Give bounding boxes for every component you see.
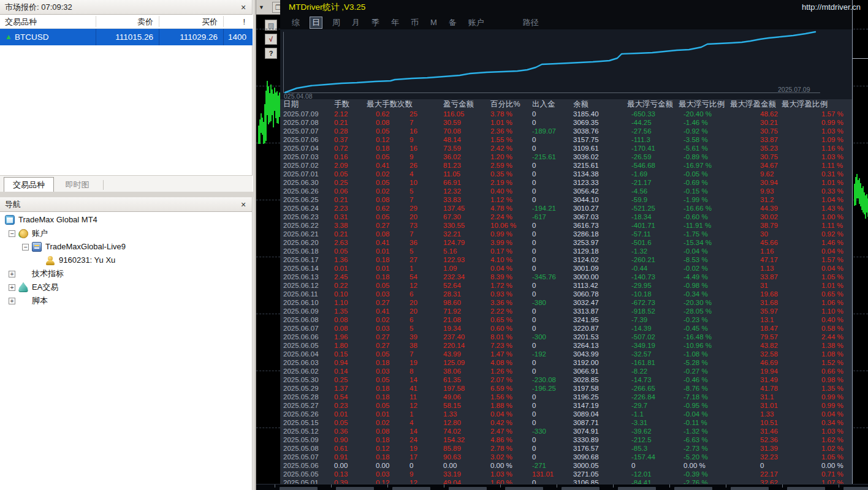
stats-cell: 0: [532, 187, 536, 195]
stats-cell: 1.01 %: [821, 281, 843, 290]
stats-cell: 1.03 %: [821, 153, 843, 161]
stats-menu-item-6[interactable]: 年: [389, 17, 401, 28]
stats-menu-item-3[interactable]: 周: [330, 17, 342, 28]
stats-table-row: 2025.06.110.100.03628.310.93 %03060.78-1…: [280, 290, 852, 298]
stats-table-row: 2025.06.120.220.051252.641.72 %03113.42-…: [280, 281, 852, 290]
stats-cell: -0.45 %: [683, 324, 708, 333]
stats-cell: 3056.42: [573, 187, 599, 195]
stats-cell: 36.02: [443, 153, 461, 161]
tab-symbols[interactable]: 交易品种: [4, 177, 54, 193]
stats-cell: 0: [532, 358, 536, 367]
stats-cell: 1.03 %: [821, 427, 843, 435]
stats-cell: 0: [532, 324, 536, 333]
stats-menu-item-5[interactable]: 季: [370, 17, 381, 28]
tree-item-label: TradeMax Global MT4: [18, 213, 97, 227]
confirm-button[interactable]: √: [265, 34, 277, 45]
collapse-icon[interactable]: −: [22, 244, 29, 251]
stats-cell: 0.05: [334, 418, 348, 427]
stats-cell: 33.87: [760, 273, 778, 281]
stats-cell: 3.99 %: [490, 238, 512, 247]
help-button[interactable]: ?: [265, 48, 277, 59]
axis-tick: [613, 484, 614, 488]
stats-cell: -7.39: [631, 315, 647, 324]
stats-cell: 0.65 %: [490, 315, 512, 324]
equity-chart: 025.04.08 2025.07.09: [280, 29, 852, 99]
column-header-symbol[interactable]: 交易品种: [5, 15, 37, 29]
stats-cell: 1.05 %: [821, 273, 843, 281]
stats-cell: 0.99 %: [821, 393, 843, 401]
stats-url[interactable]: http://mtdriver.cn: [802, 2, 861, 12]
stats-cell: 3.36 %: [490, 298, 512, 307]
tree-item-accounts[interactable]: −账户: [0, 227, 252, 240]
stats-cell: 3286.18: [573, 230, 599, 238]
stats-cell: -20.40 %: [683, 110, 712, 118]
tab-tick-chart[interactable]: 即时图: [56, 178, 97, 192]
expand-icon[interactable]: +: [9, 298, 15, 304]
stats-menu-item-11[interactable]: 路径: [521, 17, 541, 28]
stats-cell: 0.93 %: [490, 290, 512, 298]
stats-menu-item-4[interactable]: 月: [350, 17, 362, 28]
stats-cell: 2025.05.12: [283, 427, 319, 435]
stats-table-row: 2025.06.070.080.03519.340.60 %03220.87-1…: [280, 324, 852, 333]
stats-menu-item-9[interactable]: 备: [447, 17, 459, 28]
stats-cell: 3330.89: [573, 435, 599, 444]
expand-icon[interactable]: +: [9, 271, 15, 277]
dropdown-arrow-icon[interactable]: ▼: [259, 4, 264, 10]
stats-cell: 0.02: [376, 315, 389, 324]
tree-item-indicators[interactable]: +技术指标: [0, 267, 252, 281]
stats-menu-item-7[interactable]: 币: [409, 17, 421, 28]
stats-cell: 1.01 %: [821, 178, 843, 187]
stats-menu-item-2[interactable]: 日: [310, 17, 322, 29]
tree-item-user[interactable]: 9160231: Yu Xu: [0, 254, 252, 267]
stats-cell: 0: [532, 247, 536, 255]
column-header-ask[interactable]: 买价: [159, 15, 221, 29]
stats-cell: 48.14: [443, 135, 461, 144]
stats-cell: 35.97: [760, 307, 778, 315]
stats-cell: 3134.38: [573, 170, 599, 178]
axis-tick: [444, 484, 444, 488]
tree-item-platform[interactable]: TradeMax Global MT4: [0, 213, 252, 227]
stats-cell: -192: [532, 350, 546, 358]
column-header-bid[interactable]: 卖价: [96, 15, 156, 29]
tree-item-ea[interactable]: +EA交易: [0, 281, 252, 294]
stats-cell: 0: [532, 110, 536, 118]
stats-menu-item-8[interactable]: M: [428, 18, 439, 27]
stats-cell: 1.35 %: [821, 384, 843, 393]
stats-cell: -345.76: [532, 273, 556, 281]
user-icon: [45, 255, 55, 265]
collapse-icon[interactable]: −: [9, 230, 15, 237]
stats-cell: 220.14: [443, 341, 465, 350]
stats-cell: 1.36: [334, 255, 348, 264]
time-axis-strip: [256, 484, 868, 490]
stats-cell: 31.68: [760, 298, 778, 307]
stats-cell: 85.89: [443, 444, 461, 453]
stats-cell: -260.21: [631, 255, 655, 264]
stats-cell: -161.81: [631, 358, 655, 367]
axis-label-clipped: [674, 487, 712, 490]
stats-cell: 4.78 %: [490, 204, 512, 213]
tree-item-server[interactable]: −TradeMaxGlobal-Live9: [0, 240, 252, 254]
stats-cell: 0.08: [376, 118, 389, 127]
market-watch-row-btcusd[interactable]: ▲ BTCUSD 111015.26 111029.26 1400: [0, 29, 253, 45]
stats-cell: 1.12 %: [490, 195, 512, 204]
stats-cell: 2025.05.08: [283, 444, 319, 453]
stats-cell: 4: [409, 170, 413, 178]
stats-menu-item-10[interactable]: 账户: [466, 17, 486, 28]
close-icon[interactable]: ×: [238, 0, 248, 15]
tree-item-scripts[interactable]: +脚本: [0, 294, 252, 307]
stats-cell: 2025.05.05: [283, 470, 319, 478]
stats-cell: -26.59: [631, 153, 652, 161]
close-icon[interactable]: ×: [238, 197, 248, 212]
expand-icon[interactable]: +: [9, 284, 15, 291]
stats-cell: 1.03 %: [821, 127, 843, 135]
stats-menu-item-1[interactable]: 综: [290, 17, 302, 28]
column-header-spread[interactable]: !: [223, 15, 249, 29]
stats-cell: -32.57: [631, 350, 652, 358]
stats-cell: -1.32: [631, 247, 647, 255]
panel-divider[interactable]: [253, 0, 256, 490]
stats-cell: -212.5: [631, 435, 652, 444]
stats-table-row: 2025.07.022.090.412681.232.59 %03215.61-…: [280, 161, 852, 170]
stats-cell: -196.25: [532, 384, 556, 393]
market-watch-panel: 市场报价: 07:09:32 × 交易品种 卖价 买价 ! ▲ BTCUSD 1…: [0, 0, 253, 192]
symbol-name: BTCUSD: [15, 29, 49, 45]
